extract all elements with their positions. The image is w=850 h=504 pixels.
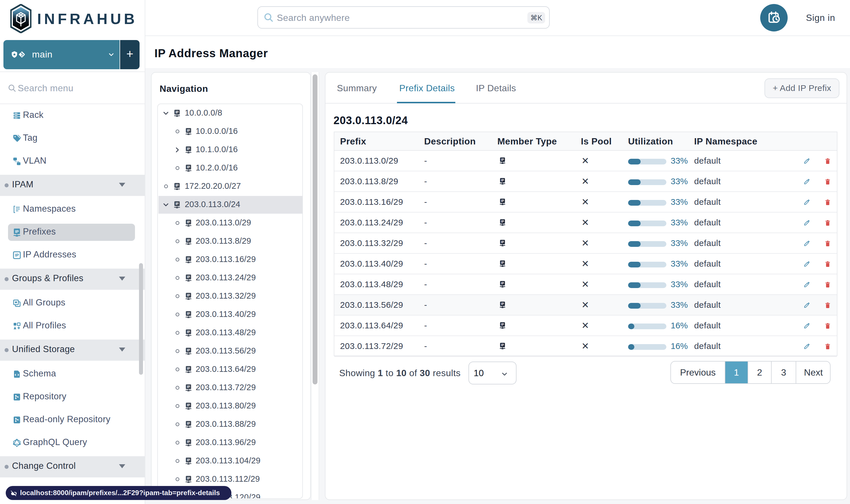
svg-text:IP: IP — [187, 220, 190, 224]
svg-text:IP: IP — [187, 385, 190, 389]
svg-text:IP: IP — [187, 275, 190, 278]
svg-text:IP: IP — [187, 440, 190, 443]
svg-text:IP: IP — [15, 229, 19, 234]
svg-text:IP: IP — [187, 312, 190, 315]
svg-text:IP: IP — [501, 240, 504, 244]
svg-text:IP: IP — [15, 253, 19, 257]
svg-text:IP: IP — [187, 367, 190, 370]
svg-text:IP: IP — [187, 238, 190, 242]
svg-text:IP: IP — [187, 403, 190, 407]
svg-text:IP: IP — [187, 129, 190, 132]
svg-text:IP: IP — [187, 458, 190, 462]
svg-text:IP: IP — [187, 147, 190, 150]
svg-text:IP: IP — [176, 184, 179, 187]
svg-text:IP: IP — [187, 293, 190, 297]
svg-text:IP: IP — [501, 282, 504, 285]
svg-text:IP: IP — [501, 158, 504, 161]
svg-text:IP: IP — [187, 348, 190, 352]
svg-text:IP: IP — [187, 257, 190, 260]
svg-text:IP: IP — [176, 202, 179, 205]
svg-text:IP: IP — [501, 261, 504, 264]
svg-text:IP: IP — [501, 179, 504, 182]
svg-text:IP: IP — [187, 421, 190, 425]
svg-text:IP: IP — [501, 199, 504, 202]
svg-text:IP: IP — [501, 302, 504, 305]
svg-text:IP: IP — [187, 165, 190, 169]
svg-text:IP: IP — [187, 476, 190, 480]
svg-text:IP: IP — [501, 343, 504, 347]
svg-text:IP: IP — [187, 330, 190, 334]
svg-text:IP: IP — [501, 220, 504, 223]
svg-text:IP: IP — [176, 110, 179, 114]
svg-text:IP: IP — [501, 323, 504, 326]
